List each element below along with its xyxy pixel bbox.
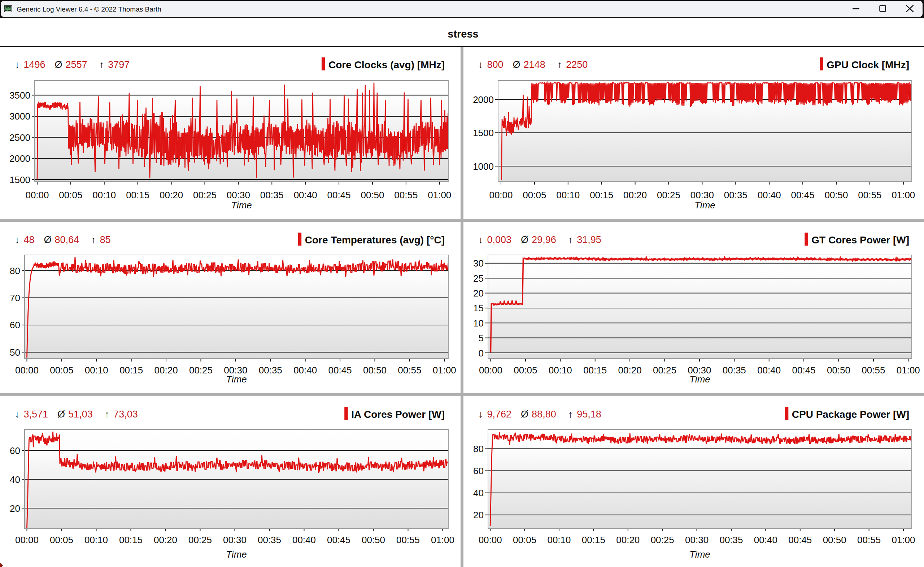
svg-text:25: 25	[473, 273, 484, 284]
svg-text:00:10: 00:10	[549, 365, 572, 376]
svg-text:00:25: 00:25	[657, 190, 680, 200]
svg-text:01:00: 01:00	[897, 365, 920, 376]
svg-text:00:35: 00:35	[259, 365, 282, 376]
svg-text:30: 30	[473, 258, 484, 269]
svg-text:00:15: 00:15	[119, 534, 142, 545]
svg-text:60: 60	[10, 445, 20, 456]
svg-text:00:15: 00:15	[590, 190, 613, 200]
svg-text:Time: Time	[226, 549, 247, 560]
svg-text:00:15: 00:15	[582, 534, 605, 545]
svg-text:00:40: 00:40	[754, 534, 777, 545]
svg-text:1500: 1500	[9, 174, 30, 185]
svg-text:00:20: 00:20	[159, 190, 183, 200]
svg-text:01:00: 01:00	[891, 190, 915, 200]
svg-text:00:35: 00:35	[719, 534, 743, 545]
svg-text:1000: 1000	[473, 161, 494, 172]
svg-text:Core Temperatures (avg) [°C]: Core Temperatures (avg) [°C]	[305, 235, 445, 245]
svg-text:00:35: 00:35	[724, 190, 747, 200]
svg-text:00:25: 00:25	[651, 534, 674, 545]
svg-text:00:05: 00:05	[514, 365, 537, 376]
svg-text:40: 40	[473, 487, 484, 498]
svg-text:20: 20	[10, 503, 20, 514]
svg-text:15: 15	[473, 303, 484, 313]
svg-text:00:00: 00:00	[479, 365, 502, 376]
svg-text:Time: Time	[226, 374, 247, 385]
svg-text:00:20: 00:20	[154, 365, 178, 376]
svg-text:00:35: 00:35	[258, 534, 281, 545]
svg-text:3500: 3500	[9, 90, 30, 101]
svg-text:01:00: 01:00	[428, 190, 451, 200]
svg-text:00:45: 00:45	[792, 365, 816, 376]
svg-text:2000: 2000	[473, 94, 494, 105]
svg-text:Time: Time	[689, 549, 710, 560]
svg-text:00:40: 00:40	[294, 190, 317, 200]
svg-text:00:50: 00:50	[362, 534, 385, 545]
svg-text:00:55: 00:55	[861, 365, 885, 376]
svg-text:80: 80	[473, 444, 484, 454]
svg-text:00:20: 00:20	[154, 534, 177, 545]
svg-text:00:00: 00:00	[478, 534, 502, 545]
svg-text:00:10: 00:10	[84, 534, 108, 545]
svg-text:00:25: 00:25	[188, 534, 212, 545]
svg-text:00:55: 00:55	[396, 534, 420, 545]
svg-text:00:15: 00:15	[126, 190, 149, 200]
svg-text:20: 20	[473, 288, 484, 299]
svg-text:00:55: 00:55	[394, 190, 418, 200]
svg-text:60: 60	[10, 320, 20, 331]
svg-text:00:05: 00:05	[50, 365, 73, 376]
svg-text:00:10: 00:10	[556, 190, 580, 200]
svg-text:00:10: 00:10	[85, 365, 108, 376]
svg-text:00:05: 00:05	[513, 534, 536, 545]
svg-text:00:00: 00:00	[489, 190, 513, 200]
svg-text:01:00: 01:00	[891, 534, 915, 545]
svg-text:01:00: 01:00	[431, 534, 454, 545]
svg-text:↓1496Ø2557↑3797: ↓1496Ø2557↑3797	[15, 59, 130, 70]
svg-text:Time: Time	[689, 374, 710, 385]
svg-text:Time: Time	[231, 200, 252, 211]
svg-text:00:25: 00:25	[653, 365, 676, 376]
svg-text:00:50: 00:50	[361, 190, 384, 200]
svg-text:2500: 2500	[9, 132, 30, 143]
svg-text:00:05: 00:05	[59, 190, 82, 200]
svg-text:01:00: 01:00	[433, 365, 456, 376]
svg-text:00:00: 00:00	[25, 190, 49, 200]
svg-text:00:05: 00:05	[523, 190, 546, 200]
svg-text:00:30: 00:30	[226, 190, 250, 200]
svg-text:↓9,762Ø88,80↑95,18: ↓9,762Ø88,80↑95,18	[478, 409, 602, 420]
svg-text:GT Cores Power [W]: GT Cores Power [W]	[812, 235, 909, 245]
svg-text:3000: 3000	[9, 111, 30, 122]
svg-text:00:15: 00:15	[583, 365, 607, 376]
svg-text:60: 60	[473, 466, 484, 476]
svg-text:2000: 2000	[9, 153, 30, 164]
svg-text:40: 40	[10, 474, 20, 485]
svg-text:00:50: 00:50	[827, 365, 850, 376]
svg-text:10: 10	[473, 318, 484, 329]
svg-text:00:10: 00:10	[92, 190, 116, 200]
svg-text:0: 0	[478, 348, 484, 359]
svg-text:00:25: 00:25	[193, 190, 217, 200]
svg-text:80: 80	[10, 265, 20, 276]
svg-text:00:40: 00:40	[758, 190, 781, 200]
svg-text:00:45: 00:45	[328, 365, 352, 376]
svg-text:50: 50	[10, 347, 20, 358]
svg-text:00:40: 00:40	[294, 365, 317, 376]
svg-text:00:35: 00:35	[260, 190, 284, 200]
svg-text:00:50: 00:50	[363, 365, 387, 376]
svg-text:00:05: 00:05	[50, 534, 73, 545]
svg-text:00:10: 00:10	[547, 534, 571, 545]
svg-text:00:45: 00:45	[791, 190, 814, 200]
svg-text:00:25: 00:25	[189, 365, 213, 376]
svg-text:00:55: 00:55	[857, 534, 880, 545]
svg-text:00:00: 00:00	[15, 365, 39, 376]
svg-text:GPU Clock [MHz]: GPU Clock [MHz]	[826, 59, 909, 71]
svg-text:00:50: 00:50	[824, 190, 848, 200]
svg-text:1500: 1500	[473, 128, 494, 138]
svg-text:00:55: 00:55	[398, 365, 421, 376]
svg-text:00:20: 00:20	[623, 190, 647, 200]
svg-text:CPU Package Power [W]: CPU Package Power [W]	[792, 409, 909, 420]
svg-text:00:40: 00:40	[757, 365, 781, 376]
svg-text:00:50: 00:50	[823, 534, 846, 545]
svg-text:00:30: 00:30	[223, 534, 246, 545]
svg-text:00:35: 00:35	[723, 365, 746, 376]
svg-text:stress: stress	[448, 28, 478, 40]
